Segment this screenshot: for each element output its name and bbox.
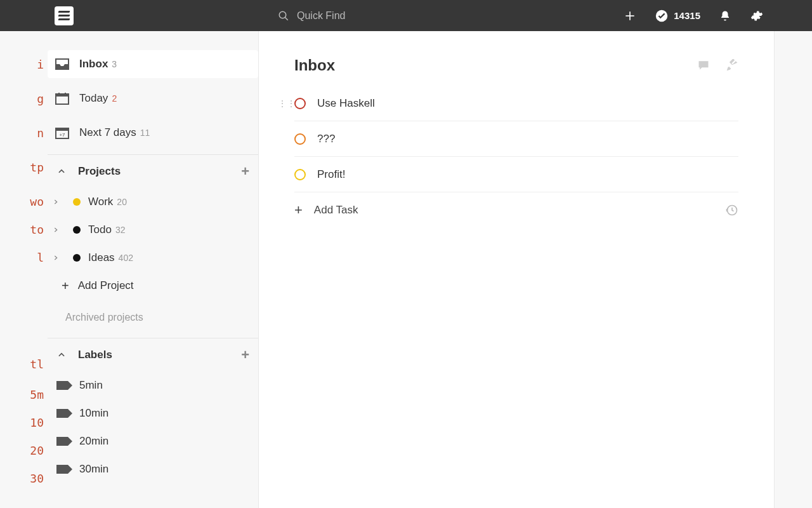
quick-find-placeholder: Quick Find <box>297 10 345 22</box>
label-text: 30min <box>79 463 108 476</box>
add-project-label: Add Project <box>78 279 134 292</box>
add-label-icon[interactable]: + <box>241 347 249 363</box>
add-project-icon[interactable]: + <box>241 163 249 180</box>
svg-rect-6 <box>56 94 69 97</box>
shortcut-hint: i <box>0 50 48 78</box>
shortcut-hint: g <box>0 84 48 112</box>
add-task-button[interactable]: + Add Task <box>294 192 738 228</box>
app-logo[interactable] <box>55 6 74 25</box>
svg-rect-10 <box>56 128 69 131</box>
project-label: Work <box>88 196 113 208</box>
quick-find[interactable]: Quick Find <box>277 9 345 23</box>
project-item-work[interactable]: Work 20 <box>48 188 258 216</box>
sidebar-item-next7days[interactable]: +7 Next 7 days 11 <box>48 119 258 147</box>
comments-icon[interactable] <box>697 59 710 72</box>
shortcut-hints: i g n tp wo to l tl 5m 10 20 30 <box>0 31 48 508</box>
project-count: 402 <box>119 253 133 263</box>
check-circle-icon <box>655 9 669 23</box>
inbox-count: 3 <box>112 59 117 69</box>
label-text: 5min <box>79 379 103 392</box>
next7days-count: 11 <box>140 128 150 138</box>
task-checkbox[interactable] <box>294 98 306 109</box>
project-label: Ideas <box>88 251 115 264</box>
shortcut-hint: 10 <box>0 408 48 436</box>
project-count: 32 <box>115 225 126 235</box>
tag-icon <box>56 409 68 418</box>
tools-icon[interactable] <box>726 59 738 72</box>
project-color-dot <box>73 226 81 234</box>
task-row[interactable]: ⋮⋮ Use Haskell <box>294 86 738 121</box>
archived-projects-link[interactable]: Archived projects <box>48 300 258 335</box>
shortcut-hint: tl <box>0 347 48 380</box>
label-text: 20min <box>79 435 108 448</box>
task-row[interactable]: Profit! <box>294 157 738 192</box>
label-item-10min[interactable]: 10min <box>48 399 258 427</box>
next7days-label: Next 7 days <box>79 126 136 139</box>
add-task-label: Add Task <box>314 204 358 217</box>
shortcut-hint: 5m <box>0 380 48 408</box>
bell-icon <box>719 10 731 22</box>
karma-score[interactable]: 14315 <box>655 9 700 23</box>
sidebar-item-inbox[interactable]: Inbox 3 <box>48 50 258 78</box>
shortcut-hint: tp <box>0 153 48 181</box>
chevron-right-icon[interactable] <box>53 255 65 261</box>
calendar-week-icon: +7 <box>53 126 72 140</box>
task-title: ??? <box>317 133 335 145</box>
sidebar-item-today[interactable]: Today 2 <box>48 84 258 112</box>
tag-icon <box>56 381 68 390</box>
plus-icon: + <box>62 279 69 293</box>
search-icon <box>277 9 291 23</box>
drag-handle-icon[interactable]: ⋮⋮ <box>278 98 296 109</box>
labels-label: Labels <box>78 349 112 361</box>
label-item-5min[interactable]: 5min <box>48 371 258 399</box>
label-item-30min[interactable]: 30min <box>48 455 258 483</box>
notifications-button[interactable] <box>718 9 732 23</box>
shortcut-hint: 20 <box>0 436 48 464</box>
page-title: Inbox <box>294 57 697 74</box>
shortcut-hint: l <box>0 243 48 271</box>
project-count: 20 <box>117 197 127 207</box>
main-content: Inbox ⋮⋮ Use Haskell ??? <box>258 31 775 508</box>
chevron-right-icon[interactable] <box>53 199 65 205</box>
project-color-dot <box>73 254 81 262</box>
task-checkbox[interactable] <box>294 169 306 180</box>
task-row[interactable]: ??? <box>294 121 738 157</box>
calendar-today-icon <box>53 91 72 105</box>
gear-icon <box>750 10 763 22</box>
task-checkbox[interactable] <box>294 133 306 145</box>
inbox-icon <box>53 58 72 70</box>
svg-point-0 <box>279 11 286 18</box>
projects-label: Projects <box>78 165 121 178</box>
sidebar: Inbox 3 Today 2 +7 Next 7 days 11 Projec… <box>48 31 258 508</box>
label-item-20min[interactable]: 20min <box>48 427 258 455</box>
shortcut-hint: to <box>0 215 48 243</box>
add-project-button[interactable]: + Add Project <box>48 272 258 300</box>
karma-count: 14315 <box>674 10 700 21</box>
today-count: 2 <box>112 93 117 104</box>
tag-icon <box>56 437 68 446</box>
inbox-label: Inbox <box>79 58 108 70</box>
project-item-ideas[interactable]: Ideas 402 <box>48 244 258 272</box>
add-task-quick-button[interactable] <box>623 9 637 23</box>
chevron-up-icon <box>53 167 70 176</box>
project-color-dot <box>73 198 81 206</box>
task-title: Use Haskell <box>317 97 375 110</box>
history-icon[interactable] <box>726 204 738 217</box>
shortcut-hint: n <box>0 119 48 147</box>
chevron-right-icon[interactable] <box>53 227 65 233</box>
tag-icon <box>56 465 68 474</box>
plus-icon: + <box>294 202 303 218</box>
chevron-up-icon <box>53 351 70 359</box>
today-label: Today <box>79 92 108 105</box>
label-text: 10min <box>79 407 108 420</box>
archived-projects-label: Archived projects <box>65 312 143 323</box>
svg-text:+7: +7 <box>59 132 65 138</box>
settings-button[interactable] <box>750 9 764 23</box>
shortcut-hint: 30 <box>0 464 48 492</box>
project-item-todo[interactable]: Todo 32 <box>48 216 258 244</box>
svg-line-1 <box>285 17 288 20</box>
labels-header[interactable]: Labels + <box>48 338 258 371</box>
projects-header[interactable]: Projects + <box>48 155 258 188</box>
shortcut-hint: wo <box>0 187 48 215</box>
task-title: Profit! <box>317 168 345 181</box>
